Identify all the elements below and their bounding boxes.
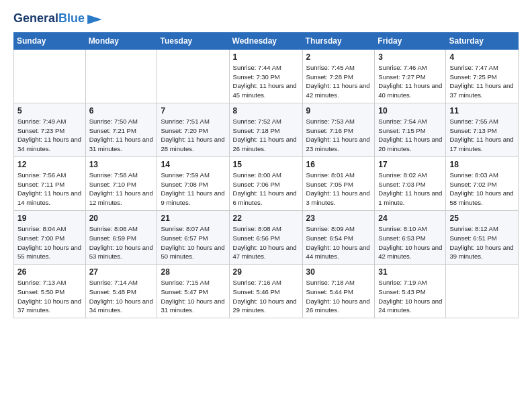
calendar-cell: 29Sunrise: 7:16 AM Sunset: 5:46 PM Dayli… — [229, 265, 302, 318]
calendar-cell: 31Sunrise: 7:19 AM Sunset: 5:43 PM Dayli… — [375, 265, 446, 318]
day-detail: Sunrise: 7:52 AM Sunset: 7:18 PM Dayligh… — [233, 117, 299, 154]
day-number: 7 — [161, 106, 225, 116]
calendar-cell: 28Sunrise: 7:15 AM Sunset: 5:47 PM Dayli… — [157, 265, 229, 318]
calendar-cell — [157, 49, 229, 103]
day-number: 3 — [378, 52, 442, 62]
day-detail: Sunrise: 7:15 AM Sunset: 5:47 PM Dayligh… — [161, 278, 225, 315]
day-detail: Sunrise: 8:06 AM Sunset: 6:59 PM Dayligh… — [89, 224, 154, 261]
calendar-week-row: 19Sunrise: 8:04 AM Sunset: 7:00 PM Dayli… — [14, 210, 519, 264]
day-number: 25 — [449, 214, 515, 223]
day-detail: Sunrise: 7:59 AM Sunset: 7:08 PM Dayligh… — [161, 171, 225, 208]
logo-icon — [87, 15, 102, 24]
day-number: 10 — [378, 106, 442, 116]
day-number: 26 — [17, 267, 82, 277]
day-detail: Sunrise: 8:02 AM Sunset: 7:03 PM Dayligh… — [378, 171, 442, 208]
calendar-cell — [85, 49, 157, 103]
day-detail: Sunrise: 7:55 AM Sunset: 7:13 PM Dayligh… — [449, 117, 515, 154]
day-detail: Sunrise: 7:46 AM Sunset: 7:27 PM Dayligh… — [378, 63, 442, 100]
calendar-cell: 14Sunrise: 7:59 AM Sunset: 7:08 PM Dayli… — [157, 156, 229, 210]
day-detail: Sunrise: 8:04 AM Sunset: 7:00 PM Dayligh… — [17, 224, 82, 261]
calendar-table: SundayMondayTuesdayWednesdayThursdayFrid… — [13, 32, 519, 318]
day-number: 30 — [306, 267, 371, 277]
day-detail: Sunrise: 7:49 AM Sunset: 7:23 PM Dayligh… — [17, 117, 82, 154]
calendar-week-row: 12Sunrise: 7:56 AM Sunset: 7:11 PM Dayli… — [14, 156, 519, 210]
logo: GeneralBlue — [13, 12, 102, 26]
day-detail: Sunrise: 7:13 AM Sunset: 5:50 PM Dayligh… — [17, 278, 82, 315]
day-number: 23 — [306, 214, 371, 223]
calendar-week-row: 26Sunrise: 7:13 AM Sunset: 5:50 PM Dayli… — [14, 265, 519, 318]
day-number: 28 — [161, 267, 225, 277]
day-detail: Sunrise: 7:53 AM Sunset: 7:16 PM Dayligh… — [306, 117, 371, 154]
calendar-cell: 23Sunrise: 8:09 AM Sunset: 6:54 PM Dayli… — [302, 210, 375, 264]
day-detail: Sunrise: 7:14 AM Sunset: 5:48 PM Dayligh… — [89, 278, 154, 315]
weekday-header: Tuesday — [157, 32, 229, 49]
day-detail: Sunrise: 7:18 AM Sunset: 5:44 PM Dayligh… — [306, 278, 371, 315]
day-number: 22 — [233, 214, 299, 223]
day-detail: Sunrise: 8:10 AM Sunset: 6:53 PM Dayligh… — [378, 224, 442, 261]
calendar-cell: 24Sunrise: 8:10 AM Sunset: 6:53 PM Dayli… — [375, 210, 446, 264]
day-detail: Sunrise: 8:09 AM Sunset: 6:54 PM Dayligh… — [306, 224, 371, 261]
calendar-cell: 8Sunrise: 7:52 AM Sunset: 7:18 PM Daylig… — [229, 103, 302, 156]
day-number: 5 — [17, 106, 82, 116]
day-number: 31 — [378, 267, 442, 277]
svg-marker-0 — [87, 15, 102, 24]
day-detail: Sunrise: 8:08 AM Sunset: 6:56 PM Dayligh… — [233, 224, 299, 261]
day-number: 14 — [161, 160, 225, 169]
weekday-header: Monday — [85, 32, 157, 49]
day-detail: Sunrise: 8:00 AM Sunset: 7:06 PM Dayligh… — [233, 171, 299, 208]
day-detail: Sunrise: 7:58 AM Sunset: 7:10 PM Dayligh… — [89, 171, 154, 208]
calendar-cell: 5Sunrise: 7:49 AM Sunset: 7:23 PM Daylig… — [14, 103, 86, 156]
calendar-cell: 25Sunrise: 8:12 AM Sunset: 6:51 PM Dayli… — [446, 210, 519, 264]
calendar-cell: 6Sunrise: 7:50 AM Sunset: 7:21 PM Daylig… — [85, 103, 157, 156]
day-number: 15 — [233, 160, 299, 169]
calendar-cell: 21Sunrise: 8:07 AM Sunset: 6:57 PM Dayli… — [157, 210, 229, 264]
day-number: 24 — [378, 214, 442, 223]
calendar-cell — [446, 265, 519, 318]
day-detail: Sunrise: 8:01 AM Sunset: 7:05 PM Dayligh… — [306, 171, 371, 208]
calendar-cell: 15Sunrise: 8:00 AM Sunset: 7:06 PM Dayli… — [229, 156, 302, 210]
day-detail: Sunrise: 7:47 AM Sunset: 7:25 PM Dayligh… — [449, 63, 515, 100]
logo-text: GeneralBlue — [13, 12, 85, 26]
calendar-cell: 12Sunrise: 7:56 AM Sunset: 7:11 PM Dayli… — [14, 156, 86, 210]
calendar-cell: 20Sunrise: 8:06 AM Sunset: 6:59 PM Dayli… — [85, 210, 157, 264]
calendar-cell: 7Sunrise: 7:51 AM Sunset: 7:20 PM Daylig… — [157, 103, 229, 156]
calendar-cell: 10Sunrise: 7:54 AM Sunset: 7:15 PM Dayli… — [375, 103, 446, 156]
calendar-cell: 26Sunrise: 7:13 AM Sunset: 5:50 PM Dayli… — [14, 265, 86, 318]
day-number: 6 — [89, 106, 154, 116]
day-detail: Sunrise: 7:51 AM Sunset: 7:20 PM Dayligh… — [161, 117, 225, 154]
calendar-cell — [14, 49, 86, 103]
calendar-cell: 16Sunrise: 8:01 AM Sunset: 7:05 PM Dayli… — [302, 156, 375, 210]
calendar-cell: 9Sunrise: 7:53 AM Sunset: 7:16 PM Daylig… — [302, 103, 375, 156]
day-detail: Sunrise: 8:07 AM Sunset: 6:57 PM Dayligh… — [161, 224, 225, 261]
day-number: 18 — [449, 160, 515, 169]
day-number: 17 — [378, 160, 442, 169]
day-detail: Sunrise: 8:03 AM Sunset: 7:02 PM Dayligh… — [449, 171, 515, 208]
calendar-cell: 1Sunrise: 7:44 AM Sunset: 7:30 PM Daylig… — [229, 49, 302, 103]
weekday-header: Friday — [375, 32, 446, 49]
day-number: 20 — [89, 214, 154, 223]
weekday-header: Sunday — [14, 32, 86, 49]
page-header: GeneralBlue — [13, 12, 519, 26]
weekday-header: Thursday — [302, 32, 375, 49]
day-number: 13 — [89, 160, 154, 169]
day-number: 9 — [306, 106, 371, 116]
calendar-cell: 3Sunrise: 7:46 AM Sunset: 7:27 PM Daylig… — [375, 49, 446, 103]
day-detail: Sunrise: 8:12 AM Sunset: 6:51 PM Dayligh… — [449, 224, 515, 261]
day-number: 12 — [17, 160, 82, 169]
day-detail: Sunrise: 7:54 AM Sunset: 7:15 PM Dayligh… — [378, 117, 442, 154]
day-number: 16 — [306, 160, 371, 169]
calendar-cell: 22Sunrise: 8:08 AM Sunset: 6:56 PM Dayli… — [229, 210, 302, 264]
calendar-cell: 11Sunrise: 7:55 AM Sunset: 7:13 PM Dayli… — [446, 103, 519, 156]
day-detail: Sunrise: 7:45 AM Sunset: 7:28 PM Dayligh… — [306, 63, 371, 100]
calendar-cell: 18Sunrise: 8:03 AM Sunset: 7:02 PM Dayli… — [446, 156, 519, 210]
day-number: 11 — [449, 106, 515, 116]
calendar-cell: 19Sunrise: 8:04 AM Sunset: 7:00 PM Dayli… — [14, 210, 86, 264]
calendar-cell: 13Sunrise: 7:58 AM Sunset: 7:10 PM Dayli… — [85, 156, 157, 210]
calendar-week-row: 5Sunrise: 7:49 AM Sunset: 7:23 PM Daylig… — [14, 103, 519, 156]
day-detail: Sunrise: 7:50 AM Sunset: 7:21 PM Dayligh… — [89, 117, 154, 154]
day-number: 29 — [233, 267, 299, 277]
weekday-header: Wednesday — [229, 32, 302, 49]
day-number: 1 — [233, 52, 299, 62]
calendar-header-row: SundayMondayTuesdayWednesdayThursdayFrid… — [14, 32, 519, 49]
calendar-cell: 2Sunrise: 7:45 AM Sunset: 7:28 PM Daylig… — [302, 49, 375, 103]
